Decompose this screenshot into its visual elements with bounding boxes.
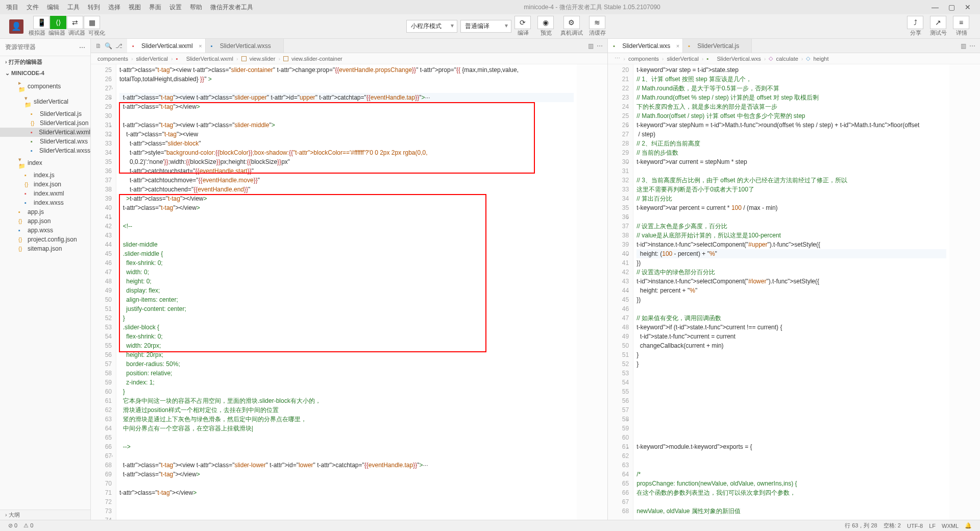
code-editor-left[interactable]: 252627›28⌄293031⌄32⌄333435363738394041⌄4… <box>91 64 607 520</box>
explorer-icon[interactable]: 🗎 <box>95 42 102 50</box>
status-bell-icon[interactable]: 🔔 <box>965 522 972 529</box>
status-encoding[interactable]: UTF-8 <box>907 523 923 529</box>
status-errors-icon[interactable]: ⊘ 0 <box>8 522 17 529</box>
explorer-panel: 资源管理器 ⋯ › 打开的编辑器 ⌄ MINICODE-4 ▸📁componen… <box>0 39 91 520</box>
file-app-wxss[interactable]: ▪app.wxss <box>0 226 90 235</box>
compile-label: 编译 <box>518 29 529 37</box>
testid-button[interactable]: ↗ <box>930 16 946 29</box>
file-wxml[interactable]: ▪SliderVertical.wxml <box>0 128 90 137</box>
menu-help[interactable]: 帮助 <box>186 3 206 12</box>
menu-settings[interactable]: 设置 <box>165 3 186 12</box>
menu-project[interactable]: 项目 <box>0 3 22 12</box>
status-spaces[interactable]: 空格: 2 <box>884 522 901 529</box>
avatar[interactable]: 👤 <box>9 19 23 34</box>
file-index-json[interactable]: {}index.json <box>0 180 90 189</box>
folder-slidervertical[interactable]: ▾📁sliderVertical <box>0 94 90 109</box>
editor-button[interactable]: ⟨⟩ <box>50 16 66 29</box>
debugger-button[interactable]: ⇄ <box>67 16 83 29</box>
maximize-icon[interactable]: ▢ <box>943 3 960 11</box>
split-icon[interactable]: ▥ <box>961 42 966 50</box>
visual-button[interactable]: ▦ <box>84 16 100 29</box>
compile-button[interactable]: ⟳ <box>514 16 531 29</box>
status-position[interactable]: 行 63，列 28 <box>845 522 877 529</box>
file-app-js[interactable]: ▪app.js <box>0 207 90 216</box>
search-icon[interactable]: 🔍 <box>105 42 112 50</box>
file-index-wxml[interactable]: ▪index.wxml <box>0 189 90 198</box>
visual-label: 可视化 <box>88 29 105 37</box>
explorer-title: 资源管理器 <box>5 43 36 52</box>
menu-file[interactable]: 文件 <box>22 3 43 12</box>
sim-label: 模拟器 <box>29 29 45 37</box>
project-section[interactable]: ⌄ MINICODE-4 <box>0 68 90 79</box>
left-editor-pane: 🗎🔍⎇ ▪SliderVertical.wxml× ▪SliderVertica… <box>91 39 608 520</box>
remote-debug-button[interactable]: ⚙ <box>564 16 580 29</box>
tab-wxs[interactable]: ▪SliderVertical.wxs× <box>608 39 683 53</box>
file-project-config[interactable]: {}project.config.json <box>0 235 90 244</box>
status-bar: ⊘ 0 ⚠ 0 行 63，列 28 空格: 2 UTF-8 LF WXML 🔔 <box>0 520 980 531</box>
clear-cache-button[interactable]: ≋ <box>589 16 605 29</box>
detail-label: 详情 <box>956 29 967 37</box>
opened-editors-section[interactable]: › 打开的编辑器 <box>0 56 90 68</box>
status-warnings-icon[interactable]: ⚠ 0 <box>23 522 33 529</box>
file-index-js[interactable]: ▪index.js <box>0 171 90 180</box>
cache-label: 清缓存 <box>589 29 606 37</box>
menu-view[interactable]: 视图 <box>125 3 145 12</box>
window-title: minicode-4 - 微信开发者工具 Stable 1.05.2107090 <box>257 3 927 12</box>
menu-goto[interactable]: 转到 <box>84 3 104 12</box>
status-eol[interactable]: LF <box>929 523 936 529</box>
testid-label: 测试号 <box>930 29 947 37</box>
minimap-left[interactable] <box>577 64 607 520</box>
editor-label: 编辑器 <box>48 29 65 37</box>
mode-select[interactable]: 小程序模式 <box>406 20 457 33</box>
preview-label: 预览 <box>541 29 552 37</box>
menu-devtools[interactable]: 微信开发者工具 <box>206 3 257 12</box>
menu-select[interactable]: 选择 <box>104 3 125 12</box>
git-icon[interactable]: ⎇ <box>115 42 122 50</box>
detail-button[interactable]: ≡ <box>953 16 969 29</box>
tab-wxss[interactable]: ▪SliderVertical.wxss <box>206 39 284 53</box>
file-json[interactable]: {}SliderVertical.json <box>0 118 90 128</box>
preview-button[interactable]: ◉ <box>537 16 554 29</box>
menu-edit[interactable]: 编辑 <box>43 3 63 12</box>
explorer-more-icon[interactable]: ⋯ <box>79 44 85 51</box>
simulator-button[interactable]: 📱 <box>33 16 50 29</box>
folder-components[interactable]: ▸📁components <box>0 79 90 94</box>
file-wxss[interactable]: ▪SliderVertical.wxss <box>0 146 90 155</box>
menu-tool[interactable]: 工具 <box>63 3 84 12</box>
tab-wxml[interactable]: ▪SliderVertical.wxml× <box>127 39 206 53</box>
status-lang[interactable]: WXML <box>942 523 959 529</box>
file-sitemap[interactable]: {}sitemap.json <box>0 244 90 253</box>
file-js[interactable]: ▪SliderVertical.js <box>0 109 90 118</box>
share-label: 分享 <box>910 29 921 37</box>
minimize-icon[interactable]: — <box>927 3 943 11</box>
right-editor-pane: ▪SliderVertical.wxs× ▪SliderVertical.js … <box>608 39 980 520</box>
minimap-right[interactable] <box>949 64 980 520</box>
file-app-json[interactable]: {}app.json <box>0 216 90 226</box>
more-tabs-icon[interactable]: ⋯ <box>597 42 603 50</box>
file-wxs[interactable]: ▪SliderVertical.wxs <box>0 137 90 146</box>
folder-index[interactable]: ▾📁index <box>0 155 90 171</box>
tab-js[interactable]: ▪SliderVertical.js <box>683 39 752 53</box>
split-icon[interactable]: ▥ <box>588 42 594 50</box>
titlebar: 项目 文件 编辑 工具 转到 选择 视图 界面 设置 帮助 微信开发者工具 mi… <box>0 0 980 14</box>
breadcrumb-right[interactable]: ⋯› components› sliderVertical› ▪SliderVe… <box>608 53 980 64</box>
tab-close-icon[interactable]: × <box>199 43 202 49</box>
code-editor-right[interactable]: 20212223242526⌄27282930⌄313233343536⌄373… <box>608 64 980 520</box>
remote-label: 真机调试 <box>560 29 583 37</box>
more-tabs-icon[interactable]: ⋯ <box>969 42 975 50</box>
debug-label: 调试器 <box>68 29 85 37</box>
compile-select[interactable]: 普通编译 <box>460 20 511 33</box>
toolbar: 👤 📱 ⟨⟩ ⇄ ▦ 模拟器 编辑器 调试器 可视化 小程序模式 普通编译 ⟳编… <box>0 14 980 39</box>
menu-ui[interactable]: 界面 <box>145 3 165 12</box>
close-icon[interactable]: ✕ <box>960 3 976 11</box>
tab-close-icon[interactable]: × <box>676 43 679 49</box>
breadcrumb-left[interactable]: components› sliderVertical› ▪SliderVerti… <box>91 53 607 64</box>
outline-section[interactable]: › 大纲 <box>0 510 90 520</box>
file-index-wxss[interactable]: ▪index.wxss <box>0 198 90 207</box>
share-button[interactable]: ⤴ <box>907 16 923 29</box>
